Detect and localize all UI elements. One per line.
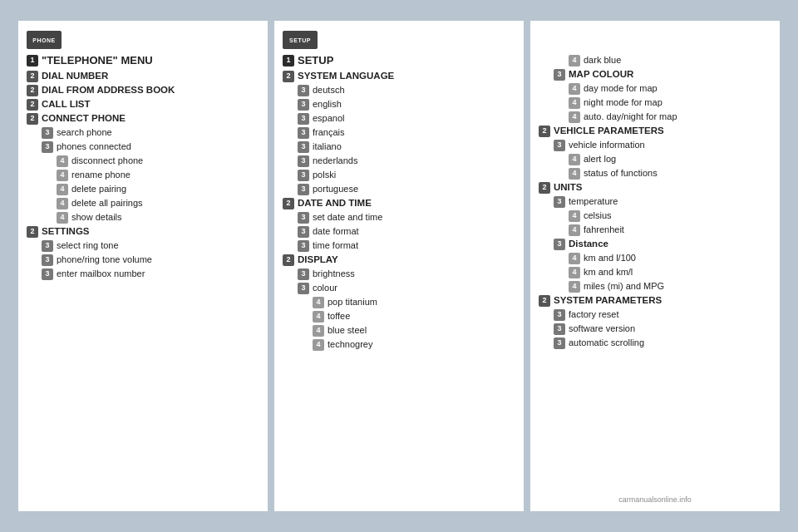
setup-panel: SETUP 1 SETUP 2 SYSTEM LANGUAGE 3 deutsc… bbox=[274, 21, 524, 511]
dial-from-address-book-item: 2 DIAL FROM ADDRESS BOOK bbox=[27, 84, 259, 96]
setup-title: 1 SETUP bbox=[283, 54, 515, 68]
deutsch-item: 3 deutsch bbox=[283, 84, 515, 96]
km-kml-item: 4 km and km/l bbox=[539, 266, 771, 278]
fahrenheit-item: 4 fahrenheit bbox=[539, 224, 771, 236]
colour-item: 3 colour bbox=[283, 282, 515, 294]
distance-item: 3 Distance bbox=[539, 238, 771, 250]
units-item: 2 UNITS bbox=[539, 181, 771, 194]
miles-mpg-item: 4 miles (mi) and MPG bbox=[539, 280, 771, 293]
date-format-item: 3 date format bbox=[283, 225, 515, 238]
connect-phone-item: 2 CONNECT PHONE bbox=[27, 112, 259, 125]
phones-connected-item: 3 phones connected bbox=[27, 140, 259, 153]
temperature-item: 3 temperature bbox=[539, 195, 771, 208]
automatic-scrolling-item: 3 automatic scrolling bbox=[539, 337, 771, 349]
blue-steel-item: 4 blue steel bbox=[283, 324, 515, 337]
brightness-item: 3 brightness bbox=[283, 268, 515, 280]
factory-reset-item: 3 factory reset bbox=[539, 308, 771, 321]
date-and-time-item: 2 DATE AND TIME bbox=[283, 197, 515, 209]
settings-item: 2 SETTINGS bbox=[27, 225, 259, 238]
display-item: 2 DISPLAY bbox=[283, 254, 515, 266]
technogrey-item: 4 technogrey bbox=[283, 338, 515, 351]
select-ring-tone-item: 3 select ring tone bbox=[27, 239, 259, 252]
francais-item: 3 français bbox=[283, 126, 515, 139]
disconnect-phone-item: 4 disconnect phone bbox=[27, 155, 259, 167]
map-colour-item: 3 MAP COLOUR bbox=[539, 68, 771, 81]
night-mode-for-map-item: 4 night mode for map bbox=[539, 96, 771, 109]
espanol-item: 3 espanol bbox=[283, 112, 515, 125]
rename-phone-item: 4 rename phone bbox=[27, 169, 259, 181]
alert-log-item: 4 alert log bbox=[539, 153, 771, 165]
delete-all-pairings-item: 4 delete all pairings bbox=[27, 197, 259, 209]
status-of-functions-item: 4 status of functions bbox=[539, 167, 771, 180]
show-details-item: 4 show details bbox=[27, 211, 259, 224]
italiano-item: 3 italiano bbox=[283, 140, 515, 153]
set-date-and-time-item: 3 set date and time bbox=[283, 211, 515, 224]
enter-mailbox-number-item: 3 enter mailbox number bbox=[27, 268, 259, 280]
setup-icon: SETUP bbox=[283, 31, 515, 49]
telephone-menu-title: 1 "TELEPHONE" MENU bbox=[27, 54, 259, 68]
celsius-item: 4 celsius bbox=[539, 209, 771, 222]
auto-day-night-for-map-item: 4 auto. day/night for map bbox=[539, 111, 771, 123]
vehicle-information-item: 3 vehicle information bbox=[539, 139, 771, 151]
dark-blue-item: 4 dark blue bbox=[539, 54, 771, 66]
settings-panel: 4 dark blue 3 MAP COLOUR 4 day mode for … bbox=[530, 21, 780, 511]
km-l100-item: 4 km and l/100 bbox=[539, 252, 771, 264]
portuguese-item: 3 portuguese bbox=[283, 183, 515, 195]
phone-icon: PHONE bbox=[27, 31, 259, 49]
polski-item: 3 polski bbox=[283, 169, 515, 181]
delete-pairing-item: 4 delete pairing bbox=[27, 183, 259, 195]
search-phone-item: 3 search phone bbox=[27, 126, 259, 139]
vehicle-parameters-item: 2 VEHICLE PARAMETERS bbox=[539, 125, 771, 137]
time-format-item: 3 time format bbox=[283, 239, 515, 252]
nederlands-item: 3 nederlands bbox=[283, 155, 515, 167]
phone-panel: PHONE 1 "TELEPHONE" MENU 2 DIAL NUMBER 2… bbox=[18, 21, 268, 511]
phone-ring-tone-volume-item: 3 phone/ring tone volume bbox=[27, 254, 259, 266]
software-version-item: 3 software version bbox=[539, 323, 771, 335]
english-item: 3 english bbox=[283, 98, 515, 111]
system-language-item: 2 SYSTEM LANGUAGE bbox=[283, 70, 515, 82]
dial-number-item: 2 DIAL NUMBER bbox=[27, 70, 259, 82]
day-mode-for-map-item: 4 day mode for map bbox=[539, 82, 771, 95]
toffee-item: 4 toffee bbox=[283, 310, 515, 323]
system-parameters-item: 2 SYSTEM PARAMETERS bbox=[539, 294, 771, 307]
pop-titanium-item: 4 pop titanium bbox=[283, 296, 515, 308]
call-list-item: 2 CALL LIST bbox=[27, 98, 259, 111]
watermark: carmanualsonline.info bbox=[530, 493, 780, 505]
